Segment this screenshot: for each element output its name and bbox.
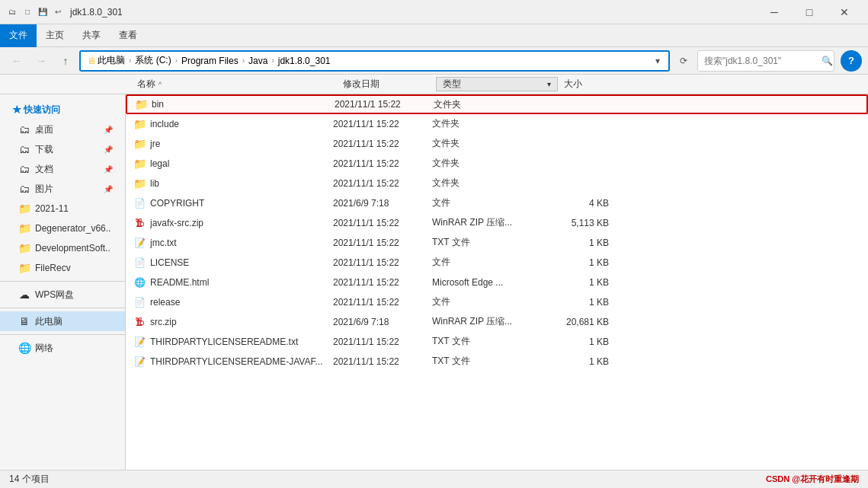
file-row-license[interactable]: 📄 LICENSE 2021/11/1 15:22 文件 1 KB xyxy=(126,253,868,273)
file-size-thirdparty2: 1 KB xyxy=(554,356,615,367)
pictures-icon: 🗂 xyxy=(18,183,30,195)
sidebar-quick-access-header[interactable]: ★ 快速访问 xyxy=(0,100,125,120)
address-dropdown-button[interactable]: ▾ xyxy=(650,50,665,72)
folder-icon-filerecv: 📁 xyxy=(18,262,30,274)
col-header-name[interactable]: 名称 ^ xyxy=(131,78,337,91)
up-button[interactable]: ↑ xyxy=(55,50,76,72)
main-layout: ★ 快速访问 🗂 桌面 📌 🗂 下载 📌 🗂 文档 📌 🗂 图片 📌 xyxy=(0,94,868,470)
title-bar: 🗂 □ 💾 ↩ jdk1.8.0_301 ─ □ ✕ xyxy=(0,0,868,24)
file-row-thirdparty1[interactable]: 📝 THIRDPARTYLICENSEREADME.txt 2021/11/1 … xyxy=(126,332,868,352)
sidebar-item-documents[interactable]: 🗂 文档 📌 xyxy=(0,159,125,179)
sidebar-item-thispc[interactable]: 🖥 此电脑 xyxy=(0,311,125,331)
path-sep-4: › xyxy=(271,56,274,65)
file-date-thirdparty2: 2021/11/1 15:22 xyxy=(333,356,432,367)
path-java[interactable]: Java xyxy=(245,55,271,67)
title-bar-icons: 🗂 □ 💾 ↩ xyxy=(6,6,64,18)
path-programfiles[interactable]: Program Files xyxy=(178,55,242,67)
sidebar-item-developmentsoft[interactable]: 📁 DevelopmentSoft.. xyxy=(0,238,125,258)
desktop-icon: 🗂 xyxy=(18,123,30,136)
file-row-thirdparty2[interactable]: 📝 THIRDPARTYLICENSEREADME-JAVAF... 2021/… xyxy=(126,352,868,372)
app-icon-small: 🗂 xyxy=(6,6,18,18)
file-row-lib[interactable]: 📁 lib 2021/11/1 15:22 文件夹 xyxy=(126,174,868,193)
sidebar-item-wps[interactable]: ☁ WPS网盘 xyxy=(0,285,125,305)
network-icon: 🌐 xyxy=(18,342,30,354)
file-row-jmc[interactable]: 📝 jmc.txt 2021/11/1 15:22 TXT 文件 1 KB xyxy=(126,233,868,253)
file-type-jre: 文件夹 xyxy=(432,137,554,150)
folder-icon-bin: 📁 xyxy=(133,97,149,112)
file-name-thirdparty1: THIRDPARTYLICENSEREADME.txt xyxy=(150,336,333,347)
window-title: jdk1.8.0_301 xyxy=(70,7,757,18)
sidebar-item-pictures[interactable]: 🗂 图片 📌 xyxy=(0,179,125,199)
file-row-legal[interactable]: 📁 legal 2021/11/1 15:22 文件夹 xyxy=(126,154,868,174)
file-list: 📁 bin 2021/11/1 15:22 文件夹 📁 include 2021… xyxy=(126,94,868,470)
file-date-license: 2021/11/1 15:22 xyxy=(333,257,432,268)
sidebar-item-filerecv[interactable]: 📁 FileRecv xyxy=(0,258,125,278)
folder-icon-jre: 📁 xyxy=(132,136,147,152)
file-name-release: release xyxy=(150,297,333,308)
file-date-include: 2021/11/1 15:22 xyxy=(333,119,432,129)
sidebar-item-desktop[interactable]: 🗂 桌面 📌 xyxy=(0,120,125,139)
file-size-copyright: 4 KB xyxy=(554,198,615,209)
file-date-legal: 2021/11/1 15:22 xyxy=(333,158,432,169)
file-icon-copyright: 📄 xyxy=(132,196,147,211)
path-pc[interactable]: 🖥 此电脑 xyxy=(84,53,128,68)
menu-view[interactable]: 查看 xyxy=(110,24,146,47)
minimize-button[interactable]: ─ xyxy=(757,0,792,24)
file-row-copyright[interactable]: 📄 COPYRIGHT 2021/6/9 7:18 文件 4 KB xyxy=(126,193,868,213)
file-type-bin: 文件夹 xyxy=(434,98,556,111)
file-size-readme: 1 KB xyxy=(554,277,615,288)
file-type-license: 文件 xyxy=(432,256,554,269)
close-button[interactable]: ✕ xyxy=(827,0,862,24)
search-input[interactable] xyxy=(704,56,818,66)
menu-home[interactable]: 主页 xyxy=(37,24,73,47)
folder-icon-degen: 📁 xyxy=(18,222,30,234)
sidebar-item-network[interactable]: 🌐 网络 xyxy=(0,338,125,358)
forward-button[interactable]: → xyxy=(30,50,52,72)
file-date-jmc: 2021/11/1 15:22 xyxy=(333,238,432,248)
file-type-readme: Microsoft Edge ... xyxy=(432,277,554,288)
type-dropdown[interactable]: ▾ xyxy=(547,80,551,88)
column-headers: 名称 ^ 修改日期 类型 ▾ 大小 xyxy=(0,75,868,94)
menu-share[interactable]: 共享 xyxy=(73,24,110,47)
file-name-thirdparty2: THIRDPARTYLICENSEREADME-JAVAF... xyxy=(150,356,333,367)
file-name-jre: jre xyxy=(150,139,333,149)
menu-file[interactable]: 文件 xyxy=(0,24,37,47)
pin-icon-3: 📌 xyxy=(104,165,113,174)
folder-icon-legal: 📁 xyxy=(132,156,147,171)
menu-bar: 文件 主页 共享 查看 xyxy=(0,24,868,47)
col-header-date[interactable]: 修改日期 xyxy=(337,78,436,91)
col-header-size[interactable]: 大小 xyxy=(558,78,619,91)
folder-icon-2021: 📁 xyxy=(18,203,30,215)
path-c[interactable]: 系统 (C:) xyxy=(132,53,174,68)
file-date-release: 2021/11/1 15:22 xyxy=(333,297,432,308)
refresh-button[interactable]: ⟳ xyxy=(673,50,694,72)
file-row-readme[interactable]: 🌐 README.html 2021/11/1 15:22 Microsoft … xyxy=(126,273,868,292)
file-type-thirdparty1: TXT 文件 xyxy=(432,335,554,348)
file-type-thirdparty2: TXT 文件 xyxy=(432,355,554,368)
watermark: CSDN @花开有时重逢期 xyxy=(766,474,859,485)
file-row-src[interactable]: 🗜 src.zip 2021/6/9 7:18 WinRAR ZIP 压缩...… xyxy=(126,312,868,332)
help-button[interactable]: ? xyxy=(841,50,862,72)
file-row-javafx-src[interactable]: 🗜 javafx-src.zip 2021/11/1 15:22 WinRAR … xyxy=(126,213,868,233)
sidebar-item-degenerator[interactable]: 📁 Degenerator_v66.. xyxy=(0,218,125,238)
file-date-lib: 2021/11/1 15:22 xyxy=(333,178,432,189)
status-count: 14 个项目 xyxy=(9,473,50,486)
sidebar-item-downloads[interactable]: 🗂 下载 📌 xyxy=(0,139,125,159)
col-header-type[interactable]: 类型 ▾ xyxy=(436,77,558,91)
file-name-javafx-src: javafx-src.zip xyxy=(150,218,333,228)
sidebar-item-2021-11[interactable]: 📁 2021-11 xyxy=(0,199,125,218)
sidebar-section-quickaccess: ★ 快速访问 🗂 桌面 📌 🗂 下载 📌 🗂 文档 📌 🗂 图片 📌 xyxy=(0,100,125,278)
path-jdk[interactable]: jdk1.8.0_301 xyxy=(275,55,334,67)
documents-icon: 🗂 xyxy=(18,163,30,175)
file-icon-thirdparty2: 📝 xyxy=(132,354,147,369)
file-row-include[interactable]: 📁 include 2021/11/1 15:22 文件夹 xyxy=(126,114,868,134)
file-date-jre: 2021/11/1 15:22 xyxy=(333,139,432,149)
back-button[interactable]: ← xyxy=(6,50,27,72)
folder-icon-lib: 📁 xyxy=(132,176,147,191)
file-type-release: 文件 xyxy=(432,295,554,308)
file-row-release[interactable]: 📄 release 2021/11/1 15:22 文件 1 KB xyxy=(126,292,868,312)
file-row-jre[interactable]: 📁 jre 2021/11/1 15:22 文件夹 xyxy=(126,134,868,154)
file-row-bin[interactable]: 📁 bin 2021/11/1 15:22 文件夹 xyxy=(126,94,868,114)
address-bar[interactable]: 🖥 此电脑 › 系统 (C:) › Program Files › Java ›… xyxy=(79,50,670,72)
restore-button[interactable]: □ xyxy=(792,0,827,24)
